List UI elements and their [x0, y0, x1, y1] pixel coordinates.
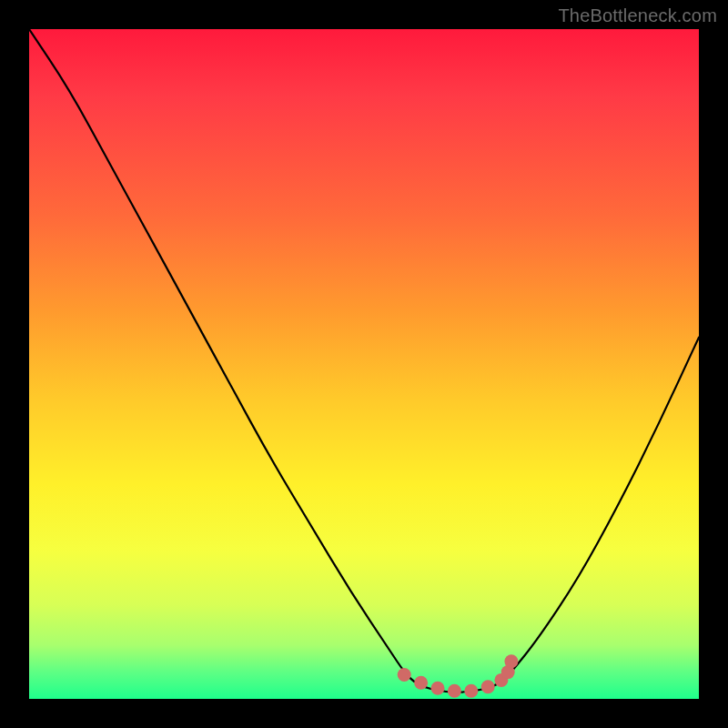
svg-point-8 [504, 654, 518, 668]
svg-point-5 [481, 680, 495, 693]
svg-point-0 [398, 668, 411, 682]
optimal-range-dots [29, 29, 699, 699]
chart-frame: TheBottleneck.com [0, 0, 728, 728]
svg-point-1 [414, 676, 428, 690]
watermark-text: TheBottleneck.com [558, 5, 717, 26]
plot-area [29, 29, 699, 699]
svg-point-4 [464, 684, 478, 698]
svg-point-3 [448, 684, 461, 698]
svg-point-2 [431, 682, 445, 695]
